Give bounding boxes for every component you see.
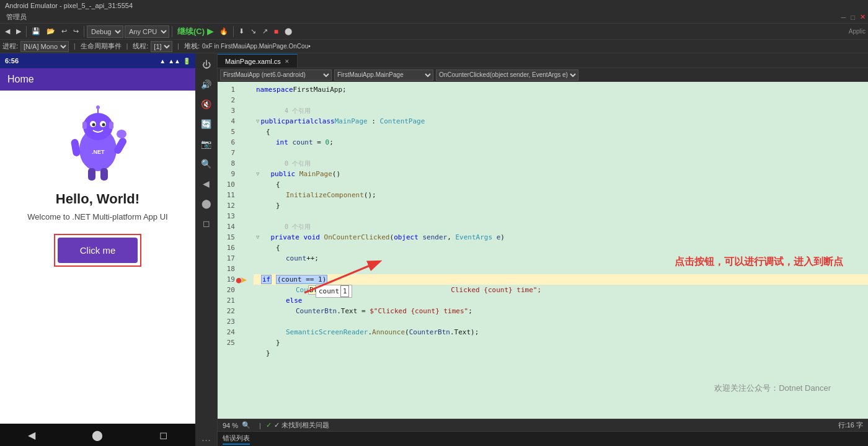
toolbar-sep1 <box>26 26 27 37</box>
sidebar-more-icon[interactable]: … <box>202 432 211 444</box>
sidebar-volume-up-icon[interactable]: 🔊 <box>198 76 215 93</box>
collapse-7[interactable]: ▽ <box>256 169 259 179</box>
sidebar-rotate-icon[interactable]: 🔄 <box>198 115 215 133</box>
app-name-label: Applic <box>849 28 866 35</box>
emulator-panel: 6:56 ▲ ▲▲ 🔋 Home <box>0 53 195 446</box>
method-nav-select[interactable]: OnCounterClicked(object sender, EventArg… <box>436 69 578 81</box>
cpu-select[interactable]: Any CPU <box>125 25 169 38</box>
editor-tab-mainpage[interactable]: MainPage.xaml.cs ✕ <box>218 54 298 68</box>
gutter: ● ➤ <box>240 82 254 419</box>
process-select[interactable]: [N/A] Mono <box>20 41 69 52</box>
class-nav-select[interactable]: FirstMauiApp.MainPage <box>334 69 433 81</box>
toolbar2: 进程: [N/A] Mono | 生命周期事件 | 线程: [1] | 堆栈: … <box>0 40 868 53</box>
continue-button[interactable]: 继续(C) ▶ <box>175 26 216 37</box>
title-text: Android Emulator - pixel_5_-_api_31:5554 <box>5 2 133 9</box>
toolbar-btn-open[interactable]: 📂 <box>44 25 58 38</box>
collapse-3[interactable]: ▽ <box>256 116 259 127</box>
sidebar-square-icon[interactable]: ◻ <box>198 215 215 232</box>
code-line-16: if (count == 1) <box>254 274 868 285</box>
code-line-4: { <box>254 127 868 137</box>
toolbar-step-into[interactable]: ↘ <box>248 25 259 38</box>
window-minimize[interactable]: ─ <box>841 14 846 21</box>
error-check-icon: ✓ <box>266 421 272 429</box>
toolbar-btn-redo[interactable]: ↪ <box>71 25 81 38</box>
error-check-text: ✓ 未找到相关问题 <box>274 421 329 430</box>
sidebar-zoom-icon[interactable]: 🔍 <box>198 155 215 172</box>
code-line-8: { <box>254 179 868 190</box>
code-line-20 <box>254 316 868 327</box>
menu-item-admin[interactable]: 管理员 <box>2 12 30 22</box>
status-time: 6:56 <box>5 57 19 65</box>
svg-rect-8 <box>82 122 87 129</box>
code-line-2 <box>254 95 868 105</box>
toolbar-btn-back[interactable]: ◀ <box>2 25 12 38</box>
stack-value: 0xF in FirstMauiApp.MainPage.OnCou• <box>202 43 311 50</box>
nav-back-icon[interactable]: ◀ <box>28 429 35 441</box>
window-maximize[interactable]: □ <box>851 14 855 21</box>
annotation-text: 点击按钮，可以进行调试，进入到断点 <box>675 256 843 269</box>
toolbar-sep3 <box>172 26 172 37</box>
android-screen: 6:56 ▲ ▲▲ 🔋 Home <box>0 53 195 446</box>
stop-button[interactable]: ■ <box>272 27 281 36</box>
code-line-19: CounterBtn.Text = $"Clicked {count} time… <box>254 306 868 316</box>
code-line-3: ▽ public partial class MainPage : Conten… <box>254 116 868 127</box>
svg-point-7 <box>96 105 100 109</box>
thread-select[interactable]: [1] <box>151 41 172 52</box>
sep-icon3: | <box>177 43 179 50</box>
code-line-21: SemanticScreenReader.Announce(CounterBtn… <box>254 327 868 337</box>
bottom-tab-errors[interactable]: 错误列表 <box>223 434 250 445</box>
line-info: 行:16 字 <box>838 421 863 430</box>
click-btn-area: Click me <box>54 234 142 267</box>
sidebar-circle-icon[interactable]: ⬤ <box>198 195 215 212</box>
editor-status-bar: 94 % 🔍 | ✓ ✓ 未找到相关问题 行:16 字 <box>218 419 868 431</box>
code-comment-refs3: 0 个引用 <box>254 221 868 232</box>
toolbar-sep2 <box>84 26 84 37</box>
menu-bar: 管理员 ─ □ ✕ <box>0 11 868 24</box>
click-me-button[interactable]: Click me <box>58 238 138 263</box>
zoom-icon: 🔍 <box>242 421 250 429</box>
toolbar-btn-forward[interactable]: ▶ <box>14 25 24 38</box>
toolbar-btn-undo[interactable]: ↩ <box>59 25 69 38</box>
toolbar-btn-save[interactable]: 💾 <box>29 25 43 38</box>
stack-label: 堆栈: <box>184 42 200 51</box>
code-container: 1 2 3 4 5 6 7 8 9 10 11 12 13 1 <box>218 82 868 419</box>
svg-rect-10 <box>70 138 81 157</box>
code-line-11 <box>254 211 868 221</box>
nav-home-icon[interactable]: ⬤ <box>92 429 103 441</box>
code-line-23: } <box>254 348 868 359</box>
watermark-text: 欢迎关注公众号：Dotnet Dancer <box>714 383 831 394</box>
title-bar: Android Emulator - pixel_5_-_api_31:5554 <box>0 0 868 11</box>
vs-sidebar: ⏻ 🔊 🔇 🔄 📷 🔍 ◀ ⬤ ◻ … <box>195 53 218 446</box>
debugger-tooltip: count 1 <box>316 285 352 298</box>
code-line-9: InitializeComponent(); <box>254 190 868 200</box>
svg-point-4 <box>92 123 95 127</box>
svg-rect-9 <box>109 122 113 129</box>
android-status-bar: 6:56 ▲ ▲▲ 🔋 <box>0 53 195 68</box>
sidebar-power-icon[interactable]: ⏻ <box>198 56 215 73</box>
toolbar-step-over[interactable]: ⬇ <box>236 25 247 38</box>
android-app-bar: Home <box>0 68 195 91</box>
android-nav-bar: ◀ ⬤ ◻ <box>0 424 195 446</box>
sidebar-volume-down-icon[interactable]: 🔇 <box>198 96 215 113</box>
tooltip-label: count <box>319 286 339 297</box>
toolbar-hot-reload[interactable]: 🔥 <box>217 25 231 38</box>
tab-label: MainPage.xaml.cs <box>225 58 281 65</box>
sidebar-back-icon[interactable]: ◀ <box>198 175 215 192</box>
toolbar1: ◀ ▶ 💾 📂 ↩ ↪ Debug Any CPU 继续(C) ▶ 🔥 ⬇ ↘ … <box>0 24 868 40</box>
debug-config-select[interactable]: Debug <box>87 25 123 38</box>
sidebar-screenshot-icon[interactable]: 📷 <box>198 135 215 153</box>
toolbar-breakpoints[interactable]: ⬤ <box>282 25 294 38</box>
nav-recent-icon[interactable]: ◻ <box>159 429 167 441</box>
collapse-12[interactable]: ▽ <box>256 232 259 243</box>
window-close[interactable]: ✕ <box>860 13 866 21</box>
editor-nav: FirstMauiApp (net6.0-android) FirstMauiA… <box>218 68 868 82</box>
svg-text:.NET: .NET <box>92 149 105 155</box>
code-line-12: ▽ private void OnCounterClicked(object s… <box>254 232 868 243</box>
project-nav-select[interactable]: FirstMauiApp (net6.0-android) <box>220 69 332 81</box>
code-line-7: ▽ public MainPage() <box>254 169 868 179</box>
toolbar-step-out[interactable]: ↗ <box>260 25 270 38</box>
svg-point-12 <box>117 130 126 138</box>
code-content: namespace FirstMauiApp; 4 个引用 ▽ public p… <box>254 82 868 419</box>
breakpoint-dot-16: ● <box>235 274 242 286</box>
code-comment-refs: 4 个引用 <box>254 105 868 116</box>
